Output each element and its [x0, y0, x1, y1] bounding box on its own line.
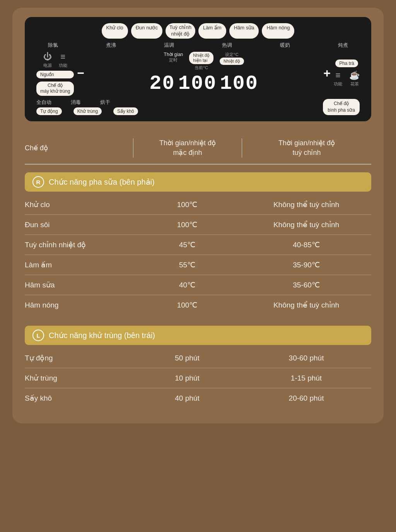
section-l-heading: L Chức năng khử trùng (bên trái) [25, 326, 371, 345]
digit-sublabels: Thời gian 定时 Nhiệt độhiện tại 当前°C 设定°C … [164, 52, 244, 71]
section-l-table: Tự động 50 phút 30-60 phút Khử trùng 10 … [25, 348, 371, 408]
cell-custom-r2: 40-85℃ [241, 240, 371, 249]
cell-default-l2: 40 phút [133, 394, 241, 403]
cell-custom-l2: 20-60 phút [241, 394, 371, 403]
vn-tu-dong-bubble: Tự động [36, 107, 62, 115]
cell-mode-r2: Tuỳ chỉnh nhiệt độ [25, 240, 133, 249]
cn-mode-0: 除氯 [48, 42, 58, 49]
cell-mode-r1: Đun sôi [25, 221, 133, 229]
cell-mode-l0: Tự động [25, 354, 133, 362]
digit-section: Thời gian 定时 Nhiệt độhiện tại 当前°C 设定°C … [87, 52, 320, 95]
table-row: Hâm nóng 100℃ Không thể tuỳ chỉnh [25, 295, 371, 315]
left-icons-row: ⏻ 电源 ≡ 功能 [43, 51, 67, 68]
sublabel-temp-set: 设定°C Nhiệt độ [220, 52, 244, 71]
cell-default-r5: 100℃ [133, 301, 241, 309]
left-controls: ⏻ 电源 ≡ 功能 Nguồn Chế độmáy khử trùng [36, 51, 74, 96]
table-row: Làm ấm 55℃ 35-90℃ [25, 255, 371, 275]
section-l-circle: L [32, 330, 44, 341]
minus-btn[interactable]: − [74, 66, 87, 80]
tea-btn[interactable]: ☕ 花茶 [349, 70, 360, 87]
col-header-2: Thời gian/nhiệt độmặc định [133, 138, 242, 158]
cell-mode-r0: Khử clo [25, 200, 133, 209]
cn-mode-5: 炖煮 [338, 42, 348, 49]
power-btn[interactable]: ⏻ 电源 [43, 51, 52, 68]
label-lam-am: Làm ấm [198, 23, 226, 39]
cn-mode-1: 煮沸 [106, 42, 116, 49]
sublabel-time: Thời gian 定时 [164, 52, 183, 71]
vn-say-kho-bubble: Sấy khô [113, 107, 138, 115]
cn-sterilize: 消毒 [71, 99, 81, 106]
cell-default-r3: 55℃ [133, 260, 241, 269]
table-row: Hâm sữa 40℃ 35-60℃ [25, 275, 371, 295]
section-r-circle: R [32, 176, 44, 188]
cell-default-r4: 40℃ [133, 280, 241, 289]
digits-display: 20 100 100 [149, 72, 258, 95]
cell-custom-r1: Không thể tuỳ chỉnh [241, 220, 371, 229]
cell-default-l0: 50 phút [133, 354, 241, 362]
sublabel-temp-current: Nhiệt độhiện tại 当前°C [189, 52, 213, 71]
section-r-heading: R Chức năng pha sữa (bên phải) [25, 172, 371, 192]
table-row: Sấy khô 40 phút 20-60 phút [25, 388, 371, 408]
cell-custom-l0: 30-60 phút [241, 354, 371, 362]
cn-auto: 全自动 [36, 99, 51, 106]
nguon-bubble: Nguồn [36, 71, 74, 78]
bottom-left: 全自动 消毒 烘干 Tự động Khử trùng Sấy khô [36, 99, 138, 115]
table-row: Tuỳ chỉnh nhiệt độ 45℃ 40-85℃ [25, 235, 371, 255]
cn-mode-4: 暖奶 [280, 42, 290, 49]
right-controls: Pha trà ≡ 功能 ☕ 花茶 [334, 59, 360, 87]
cell-custom-l1: 1-15 phút [241, 374, 371, 382]
cell-mode-l1: Khử trùng [25, 374, 133, 382]
cn-dry: 烘干 [100, 99, 110, 106]
top-labels-row: Khử clo Đun nước Tuỳ chỉnhnhiệt độ Làm ấ… [32, 23, 364, 39]
func-btn-left[interactable]: ≡ 功能 [59, 51, 67, 68]
label-khu-clo: Khử clo [102, 23, 128, 39]
main-display-row: ⏻ 电源 ≡ 功能 Nguồn Chế độmáy khử trùng − [32, 51, 364, 96]
digit-temp-set: 100 [220, 72, 258, 95]
section-r-title: Chức năng pha sữa (bên phải) [49, 177, 155, 187]
section-r-table: Khử clo 100℃ Không thể tuỳ chỉnh Đun sôi… [25, 195, 371, 315]
cell-mode-r5: Hâm nóng [25, 301, 133, 309]
label-ham-sua: Hâm sữa [229, 23, 259, 39]
cn-mode-2: 温调 [164, 42, 174, 49]
cell-custom-r0: Không thể tuỳ chỉnh [241, 200, 371, 209]
cell-custom-r3: 35-90℃ [241, 260, 371, 269]
plus-btn[interactable]: + [320, 66, 334, 80]
cell-mode-r4: Hâm sữa [25, 280, 133, 289]
cell-default-r2: 45℃ [133, 240, 241, 249]
device-panel: Khử clo Đun nước Tuỳ chỉnhnhiệt độ Làm ấ… [25, 17, 371, 121]
table-row: Khử trùng 10 phút 1-15 phút [25, 368, 371, 388]
che-do-binh-bubble: Chế độbình pha sữa [323, 99, 360, 115]
cell-mode-l2: Sấy khô [25, 394, 133, 403]
table-header: Chế độ Thời gian/nhiệt độmặc định Thời g… [25, 134, 371, 165]
cell-custom-r5: Không thể tuỳ chỉnh [241, 301, 371, 309]
label-tuy-chinh: Tuỳ chỉnhnhiệt độ [166, 23, 195, 39]
label-dun-nuoc: Đun nước [131, 23, 162, 39]
bottom-row: 全自动 消毒 烘干 Tự động Khử trùng Sấy khô Chế … [32, 99, 364, 115]
label-ham-nong: Hâm nóng [262, 23, 294, 39]
vn-khu-trung-bubble: Khử trùng [73, 107, 102, 115]
table-row: Tự động 50 phút 30-60 phút [25, 348, 371, 368]
cell-custom-r4: 35-60℃ [241, 280, 371, 289]
che-do-bubble: Chế độmáy khử trùng [36, 82, 74, 96]
table-row: Khử clo 100℃ Không thể tuỳ chỉnh [25, 195, 371, 215]
page-container: Khử clo Đun nước Tuỳ chỉnhnhiệt độ Làm ấ… [12, 8, 384, 423]
digit-temp-current: 100 [178, 72, 217, 95]
bottom-cn-row: 全自动 消毒 烘干 [36, 99, 138, 106]
func-btn-right[interactable]: ≡ 功能 [334, 70, 342, 87]
cell-default-r1: 100℃ [133, 220, 241, 229]
bottom-vn-bubbles: Tự động Khử trùng Sấy khô [36, 107, 138, 115]
left-bubbles: Nguồn Chế độmáy khử trùng [36, 71, 74, 96]
cn-mode-3: 热调 [222, 42, 232, 49]
cn-modes-row: 除氯 煮沸 温调 热调 暖奶 炖煮 [32, 42, 364, 49]
pha-tra-bubble: Pha trà [335, 59, 358, 67]
digit-time: 20 [149, 72, 175, 95]
cell-default-l1: 10 phút [133, 374, 241, 382]
right-icons-row: ≡ 功能 ☕ 花茶 [334, 70, 360, 87]
col-header-3: Thời gian/nhiệt độtuỳ chỉnh [242, 138, 371, 158]
cell-mode-r3: Làm ấm [25, 260, 133, 269]
table-row: Đun sôi 100℃ Không thể tuỳ chỉnh [25, 215, 371, 235]
col-header-1: Chế độ [25, 143, 133, 153]
cell-default-r0: 100℃ [133, 200, 241, 209]
section-l-title: Chức năng khử trùng (bên trái) [49, 331, 155, 340]
